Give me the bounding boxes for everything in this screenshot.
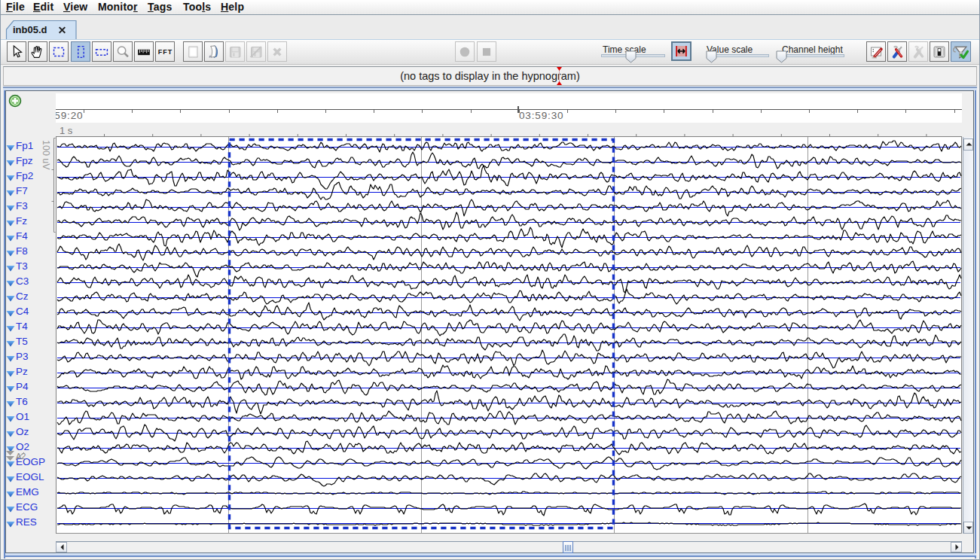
svg-text:100 uV: 100 uV bbox=[41, 140, 51, 170]
svg-text:A2: A2 bbox=[16, 452, 26, 461]
